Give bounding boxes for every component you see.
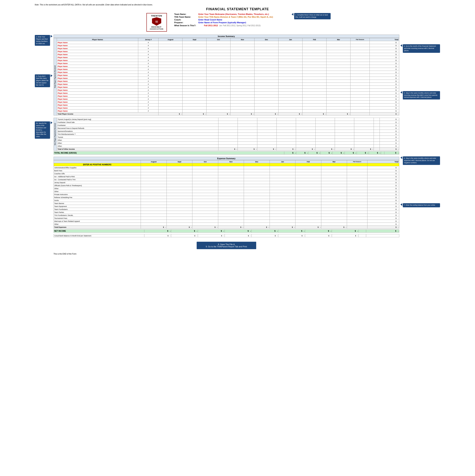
- jan-cell[interactable]: [279, 59, 302, 62]
- oct-cell[interactable]: [207, 77, 230, 80]
- exp-mar[interactable]: [321, 208, 347, 211]
- exp-dec[interactable]: [244, 166, 270, 169]
- other-aug[interactable]: [218, 142, 238, 145]
- other-dec[interactable]: [296, 124, 315, 127]
- exp-oct[interactable]: [192, 211, 218, 214]
- feb-cell[interactable]: [302, 106, 327, 110]
- jan-cell[interactable]: [279, 92, 302, 95]
- mar-cell[interactable]: [327, 44, 351, 47]
- exp-feb[interactable]: [296, 169, 321, 172]
- aug-cell[interactable]: [158, 92, 182, 95]
- exp-aug[interactable]: [141, 187, 167, 190]
- exp-jan[interactable]: [270, 220, 296, 223]
- exp-feb[interactable]: [296, 172, 321, 175]
- jan-cell[interactable]: [279, 53, 302, 56]
- exp-aug[interactable]: [141, 202, 167, 205]
- exp-dec[interactable]: [244, 187, 270, 190]
- other-dec[interactable]: [296, 145, 315, 148]
- exp-oct[interactable]: [192, 214, 218, 217]
- nov-cell[interactable]: [230, 71, 255, 74]
- jan-cell[interactable]: [279, 89, 302, 92]
- mar-cell[interactable]: [327, 80, 351, 83]
- oct-cell[interactable]: [207, 80, 230, 83]
- exp-oct[interactable]: [192, 193, 218, 196]
- nov-cell[interactable]: [230, 103, 255, 106]
- exp-oct[interactable]: [192, 181, 218, 184]
- exp-jan[interactable]: [270, 184, 296, 187]
- sept-cell[interactable]: [182, 71, 207, 74]
- other-aug[interactable]: [218, 133, 238, 136]
- jersey-number[interactable]: #: [138, 50, 158, 53]
- exp-mar[interactable]: [321, 211, 347, 214]
- other-sept[interactable]: [238, 130, 257, 133]
- aug-cell[interactable]: [158, 68, 182, 71]
- other-nov[interactable]: [277, 127, 296, 130]
- exp-mar[interactable]: [321, 193, 347, 196]
- jersey-number[interactable]: #: [138, 59, 158, 62]
- aug-cell[interactable]: [158, 106, 182, 110]
- exp-mar[interactable]: [321, 214, 347, 217]
- mar-cell[interactable]: [327, 53, 351, 56]
- jersey-number[interactable]: #: [138, 80, 158, 83]
- exp-sept[interactable]: [167, 220, 192, 223]
- exp-nov[interactable]: [218, 184, 244, 187]
- exp-nov[interactable]: [218, 205, 244, 208]
- oct-cell[interactable]: [207, 56, 230, 59]
- other-nov[interactable]: [277, 145, 296, 148]
- exp-jan[interactable]: [270, 187, 296, 190]
- exp-mar[interactable]: [321, 190, 347, 193]
- jersey-number[interactable]: #: [138, 77, 158, 80]
- exp-oct[interactable]: [192, 187, 218, 190]
- jan-cell[interactable]: [279, 77, 302, 80]
- jan-cell[interactable]: [279, 65, 302, 68]
- exp-nov[interactable]: [218, 181, 244, 184]
- aug-cell[interactable]: [158, 74, 182, 77]
- other-oct[interactable]: [257, 133, 277, 136]
- mar-cell[interactable]: [327, 62, 351, 65]
- exp-nov[interactable]: [218, 166, 244, 169]
- feb-cell[interactable]: [302, 71, 327, 74]
- exp-oct[interactable]: [192, 169, 218, 172]
- exp-sept[interactable]: [167, 175, 192, 178]
- player-name[interactable]: Player Name: [57, 92, 138, 95]
- nov-cell[interactable]: [230, 110, 255, 113]
- sept-cell[interactable]: [182, 62, 207, 65]
- nov-cell[interactable]: [230, 53, 255, 56]
- exp-aug[interactable]: [141, 172, 167, 175]
- aug-cell[interactable]: [158, 89, 182, 92]
- dec-cell[interactable]: [255, 103, 279, 106]
- jersey-number[interactable]: #: [138, 98, 158, 101]
- exp-feb[interactable]: [296, 184, 321, 187]
- feb-cell[interactable]: [302, 47, 327, 50]
- jan-cell[interactable]: [279, 50, 302, 53]
- jersey-number[interactable]: #: [138, 86, 158, 89]
- aug-cell[interactable]: [158, 56, 182, 59]
- mar-cell[interactable]: [327, 83, 351, 86]
- exp-jan[interactable]: [270, 175, 296, 178]
- player-name[interactable]: Player Name: [57, 47, 138, 50]
- aug-cell[interactable]: [158, 50, 182, 53]
- nov-cell[interactable]: [230, 65, 255, 68]
- exp-aug[interactable]: [141, 193, 167, 196]
- exp-mar[interactable]: [321, 184, 347, 187]
- other-jan[interactable]: [315, 136, 335, 139]
- exp-feb[interactable]: [296, 217, 321, 220]
- exp-feb[interactable]: [296, 211, 321, 214]
- player-name[interactable]: Player Name: [57, 65, 138, 68]
- exp-oct[interactable]: [192, 196, 218, 199]
- exp-sept[interactable]: [167, 205, 192, 208]
- exp-aug[interactable]: [141, 190, 167, 193]
- jan-cell[interactable]: [279, 56, 302, 59]
- dec-cell[interactable]: [255, 71, 279, 74]
- jersey-number[interactable]: #: [138, 71, 158, 74]
- jersey-number[interactable]: #: [138, 95, 158, 98]
- exp-mar[interactable]: [321, 223, 347, 226]
- exp-feb[interactable]: [296, 223, 321, 226]
- exp-mar[interactable]: [321, 196, 347, 199]
- exp-aug[interactable]: [141, 178, 167, 181]
- exp-nov[interactable]: [218, 223, 244, 226]
- nov-cell[interactable]: [230, 98, 255, 101]
- exp-oct[interactable]: [192, 175, 218, 178]
- feb-cell[interactable]: [302, 110, 327, 113]
- exp-mar[interactable]: [321, 205, 347, 208]
